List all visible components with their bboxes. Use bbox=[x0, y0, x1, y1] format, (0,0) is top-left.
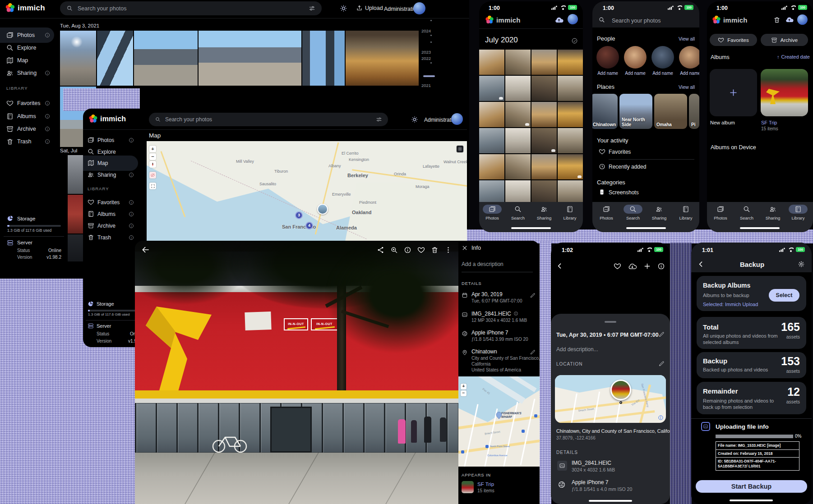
info-circle-icon[interactable]: i bbox=[129, 235, 134, 240]
activity-favorites[interactable]: Favorites bbox=[609, 149, 631, 155]
photo-thumbnail[interactable] bbox=[558, 50, 583, 75]
map-cluster-marker[interactable]: 3 bbox=[295, 211, 303, 219]
search-icon[interactable] bbox=[514, 206, 522, 213]
info-circle-icon[interactable]: i bbox=[45, 71, 50, 75]
immich-logo[interactable]: immich bbox=[5, 2, 45, 14]
photo-thumbnail[interactable] bbox=[199, 31, 301, 86]
map-settings-button[interactable] bbox=[457, 146, 463, 152]
search-input[interactable]: Search your photos bbox=[60, 1, 322, 15]
photo-thumbnail[interactable] bbox=[531, 128, 557, 153]
nav-item-sharing[interactable]: Sharing bbox=[649, 215, 669, 220]
favorite-heart-icon[interactable] bbox=[417, 246, 425, 254]
nav-item-photos[interactable]: Photos bbox=[596, 215, 616, 220]
filter-sliders-icon[interactable] bbox=[376, 116, 382, 123]
sidebar-item-explore[interactable]: Explore bbox=[0, 42, 68, 54]
photo-map-marker[interactable] bbox=[610, 380, 631, 400]
close-icon[interactable] bbox=[462, 245, 468, 251]
edit-pencil-icon[interactable] bbox=[658, 331, 665, 338]
albums-book-icon[interactable] bbox=[566, 206, 573, 213]
more-options-icon[interactable] bbox=[444, 246, 452, 254]
photo-thumbnail[interactable] bbox=[134, 31, 198, 86]
user-avatar[interactable] bbox=[568, 14, 578, 24]
nav-item-photos[interactable]: Photos bbox=[482, 215, 502, 220]
sidebar-item-archive[interactable]: Archive i bbox=[0, 123, 68, 135]
sidebar-item-map[interactable]: Map bbox=[83, 157, 142, 169]
cloud-sync-icon[interactable] bbox=[554, 16, 564, 24]
photo-thumbnail[interactable] bbox=[60, 31, 96, 86]
edit-pencil-icon[interactable] bbox=[658, 361, 665, 367]
nav-item-search[interactable]: Search bbox=[508, 215, 528, 220]
sidebar-item-photos[interactable]: Photos i bbox=[83, 134, 142, 146]
map-cluster-marker[interactable]: 4 bbox=[305, 222, 313, 229]
nav-item-library[interactable]: Library bbox=[676, 215, 696, 220]
photo-thumbnail[interactable] bbox=[479, 102, 504, 127]
photo-thumbnail[interactable] bbox=[505, 154, 531, 179]
photo-thumbnail[interactable] bbox=[558, 102, 583, 127]
add-name-link[interactable]: Add name bbox=[594, 71, 621, 76]
edit-pencil-icon[interactable] bbox=[530, 349, 536, 355]
home-indicator[interactable] bbox=[511, 227, 551, 229]
home-indicator[interactable] bbox=[740, 227, 780, 229]
info-circle-icon[interactable]: i bbox=[45, 101, 50, 105]
photo-thumbnail[interactable] bbox=[479, 76, 504, 101]
photo-thumbnail[interactable] bbox=[479, 154, 504, 179]
photo-thumbnail[interactable] bbox=[505, 102, 531, 127]
mini-map-zoom-in[interactable]: + bbox=[461, 384, 467, 389]
photo-thumbnail[interactable] bbox=[531, 50, 557, 75]
trash-icon[interactable] bbox=[773, 16, 781, 23]
sharing-people-icon[interactable] bbox=[769, 206, 776, 213]
map-hide-markers-button[interactable] bbox=[149, 172, 156, 179]
info-icon[interactable] bbox=[657, 262, 665, 270]
albums-book-icon[interactable] bbox=[682, 206, 689, 213]
photo-thumbnail[interactable] bbox=[505, 50, 531, 75]
gear-icon[interactable] bbox=[798, 261, 805, 268]
drag-handle[interactable] bbox=[605, 321, 616, 323]
select-button[interactable]: Select bbox=[769, 289, 799, 302]
sidebar-item-favorites[interactable]: Favorites i bbox=[83, 197, 142, 208]
add-name-link[interactable]: Add name bbox=[649, 71, 676, 76]
nav-item-library[interactable]: Library bbox=[788, 215, 808, 220]
search-input[interactable]: Search your photos bbox=[592, 14, 699, 27]
select-all-check-icon[interactable] bbox=[571, 37, 578, 44]
nav-item-sharing[interactable]: Sharing bbox=[534, 215, 554, 220]
search-icon[interactable] bbox=[743, 206, 750, 213]
start-backup-button[interactable]: Start Backup bbox=[696, 480, 807, 493]
user-avatar[interactable] bbox=[451, 113, 463, 125]
edit-pencil-icon[interactable] bbox=[530, 293, 536, 298]
photo-thumbnail[interactable] bbox=[531, 102, 557, 127]
album-link[interactable]: SF Trip bbox=[477, 481, 494, 487]
info-circle-icon[interactable]: i bbox=[129, 173, 134, 177]
nav-item-library[interactable]: Library bbox=[560, 215, 580, 220]
home-indicator[interactable] bbox=[589, 500, 632, 502]
add-name-link[interactable]: Add name bbox=[677, 71, 699, 76]
description-input[interactable]: Add a description bbox=[462, 261, 504, 267]
sidebar-item-explore[interactable]: Explore bbox=[83, 146, 142, 158]
info-icon[interactable] bbox=[404, 246, 411, 254]
info-circle-icon[interactable] bbox=[513, 311, 518, 316]
info-circle-icon[interactable]: i bbox=[129, 212, 134, 216]
album-thumbnail[interactable] bbox=[462, 481, 474, 493]
places-view-all[interactable]: View all bbox=[679, 84, 695, 90]
theme-toggle-sun-icon[interactable] bbox=[340, 5, 347, 12]
map-compass-button[interactable] bbox=[149, 161, 156, 168]
place-card[interactable]: Pi bbox=[689, 94, 699, 129]
sidebar-item-favorites[interactable]: Favorites i bbox=[0, 97, 68, 109]
map-photo-marker[interactable] bbox=[317, 204, 328, 215]
filter-sliders-icon[interactable] bbox=[309, 5, 315, 12]
sidebar-item-sharing[interactable]: Sharing i bbox=[83, 169, 142, 181]
photo-thumbnail[interactable] bbox=[479, 50, 504, 75]
add-plus-icon[interactable] bbox=[643, 262, 651, 270]
nav-item-search[interactable]: Search bbox=[623, 215, 643, 220]
sidebar-item-archive[interactable]: Archive i bbox=[83, 220, 142, 232]
map-fullscreen-button[interactable] bbox=[149, 183, 156, 189]
info-circle-icon[interactable]: i bbox=[45, 33, 50, 37]
photo-thumbnail[interactable] bbox=[346, 31, 419, 86]
mini-map-zoom-out[interactable]: − bbox=[461, 390, 467, 396]
photos-icon[interactable] bbox=[717, 206, 724, 213]
people-view-all[interactable]: View all bbox=[679, 36, 695, 41]
album-tile-sf-trip[interactable] bbox=[761, 69, 808, 116]
search-icon[interactable] bbox=[629, 206, 637, 213]
nav-item-photos[interactable]: Photos bbox=[711, 215, 730, 220]
map-zoom-in-button[interactable]: + bbox=[149, 146, 156, 152]
info-circle-icon[interactable]: i bbox=[129, 224, 134, 228]
